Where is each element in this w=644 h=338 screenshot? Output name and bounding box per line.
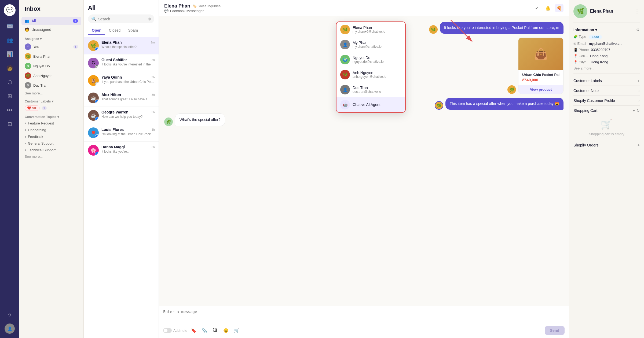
conv-avatar-alex: ☕ f [88, 93, 99, 103]
conv-item-geogre[interactable]: ☕ f Geogre Warren How can we help you to… [84, 107, 159, 124]
conversation-list: 🌿 f Elena Phan What's the special offer?… [84, 37, 159, 338]
dropdown-item-duc[interactable]: 👤 Duc Tran duc.tran@chative.io [336, 82, 405, 97]
customer-labels-section[interactable]: Customer Labels ▾ [19, 96, 83, 104]
topic-technical-support[interactable]: Technical Support [19, 147, 83, 153]
shopify-orders-row[interactable]: Shopify Orders + [573, 140, 640, 150]
see-more-assignees[interactable]: See more... [19, 90, 83, 96]
chevron-down-cart-icon[interactable]: ▾ [633, 108, 635, 113]
dropdown-item-nguyet[interactable]: 🌍 Nguyet Do nguyet.do@chative.io [336, 52, 405, 67]
topic-onboarding[interactable]: Onboarding [19, 127, 83, 133]
dropdown-item-anh[interactable]: 🌿 Anh Nguyen anh.nguyen@chative.io [336, 67, 405, 82]
conv-item-hanna[interactable]: 🌸 f Hanna Maggi It looks like you're... … [84, 142, 159, 159]
nav-routing[interactable]: ⬡ [4, 76, 16, 88]
channel-icon: 💬 [164, 9, 169, 13]
nav-layers[interactable]: ⊞ [4, 90, 16, 102]
tab-spam[interactable]: Spam [124, 27, 142, 35]
city-value: Hong Kong [591, 60, 608, 64]
shopify-profile-label: Shopify Customer Profile [573, 98, 615, 103]
conversation-topics-section[interactable]: Conversation Topics ▾ [19, 112, 83, 120]
all-label: All [31, 19, 36, 23]
channel-info: 💬 Facebook Messenger [164, 9, 221, 13]
right-panel: 🌿 Elena Phan ⋮ Information ▾ ⚙ 🧩 Type Le… [569, 0, 644, 338]
nav-help[interactable]: ? [4, 310, 16, 321]
conv-item-alex[interactable]: ☕ f Alex Hilton That sounds great! I als… [84, 89, 159, 107]
add-note-toggle[interactable]: Add note [163, 328, 187, 333]
conv-preview-alex: That sounds great! I also have a... [101, 97, 154, 101]
customer-note-row[interactable]: Customer Note › [573, 86, 640, 96]
dropdown-email-anh: anh.nguyen@chative.io [353, 75, 386, 79]
refresh-cart-button[interactable]: ↻ [636, 108, 640, 113]
shopify-orders-label: Shopify Orders [573, 143, 598, 147]
assignee-elena[interactable]: 🌿 Elena Phan [19, 52, 83, 61]
message-input[interactable] [163, 310, 565, 323]
assignee-section[interactable]: Assignee ▾ [19, 34, 83, 42]
vip-tag[interactable]: ❤️ VIP [25, 105, 40, 111]
topic-feature-request[interactable]: Feature Request [19, 120, 83, 127]
user-avatar-sidebar[interactable]: 👤 [5, 324, 15, 334]
dropdown-item-myphan[interactable]: 👤 My Phan my.phan@chative.io [336, 37, 405, 52]
assignee-you-avatar: Y [25, 43, 31, 50]
pizza-button[interactable]: 🍕 [555, 4, 564, 12]
bookmark-button[interactable]: 🔖 [189, 326, 198, 335]
dropdown-item-ai[interactable]: 🤖 Chative AI Agent [336, 97, 405, 112]
dropdown-name-myphan: My Phan [353, 41, 382, 45]
assignee-nguyet[interactable]: N Nguyet Do [19, 61, 83, 71]
conv-avatar-louis: 🎈 f [88, 127, 99, 138]
conv-time-yaya: 3h [152, 76, 155, 79]
assignee-duc[interactable]: D Duc Tran [19, 80, 83, 90]
nav-contacts[interactable]: 👥 [4, 34, 16, 46]
nav-more[interactable]: ••• [4, 104, 16, 116]
attachment-button[interactable]: 📎 [200, 326, 209, 335]
settings-gear-button[interactable]: ⚙ [636, 28, 640, 32]
nav-inbox[interactable]: ✉️ [4, 20, 16, 32]
conv-item-guest[interactable]: G 💬 Guest Schäfer It looks like you're i… [84, 54, 159, 72]
channel-badge-hanna: f [95, 152, 99, 156]
conv-time-hanna: 3h [152, 145, 155, 149]
image-button[interactable]: 🖼 [211, 326, 219, 335]
toggle-icon[interactable] [163, 328, 172, 333]
nav-all[interactable]: 👥 All 7 [21, 17, 81, 25]
cart-empty-label: Shopping cart is empty [589, 132, 624, 136]
contact-more-button[interactable]: ⋮ [634, 8, 640, 14]
product-card-container: 👜 Urban Chic Pocket Pal đ549,000 View pr… [518, 38, 564, 94]
nav-reports[interactable]: 📊 [4, 48, 16, 60]
search-icon: 🔍 [91, 16, 97, 21]
assignee-you[interactable]: Y You 6 [19, 42, 83, 52]
topic-feedback[interactable]: Feedback [19, 133, 83, 140]
topic-general-support[interactable]: General Support [19, 140, 83, 147]
customer-labels-row[interactable]: Customer Labels + [573, 76, 640, 86]
tab-closed[interactable]: Closed [105, 27, 125, 35]
check-button[interactable]: ✓ [532, 4, 541, 12]
search-input[interactable] [98, 17, 146, 21]
view-product-button[interactable]: View product [518, 85, 563, 94]
conv-item-yaya[interactable]: 🦉 💬 Yaya Quinn If you purchase the Urban… [84, 72, 159, 89]
alert-button[interactable]: 🔔 [544, 4, 552, 12]
nav-puzzle[interactable]: ⊡ [4, 118, 16, 130]
see-more-topics[interactable]: See more... [19, 153, 83, 160]
conv-info-hanna: Hanna Maggi It looks like you're... [101, 145, 154, 156]
nav-agent[interactable]: 🧑 [4, 62, 16, 74]
filter-icon[interactable]: ⊕ [148, 16, 151, 21]
assignee-anh[interactable]: 🌿 Anh Nguyen [19, 71, 83, 80]
nav-unassigned[interactable]: 🧑 Unassigned [19, 25, 83, 34]
dropdown-item-elena[interactable]: 🌿 Elena Phan my.phan+6@chative.io [336, 22, 405, 37]
shopify-profile-row[interactable]: Shopify Customer Profile › [573, 96, 640, 106]
assignee-duc-name: Duc Tran [33, 83, 47, 87]
icon-sidebar: 💬 ✉️ 👥 📊 🧑 ⬡ ⊞ ••• ⊡ ? 👤 [0, 0, 19, 338]
conv-name-yaya: Yaya Quinn [101, 75, 154, 79]
send-button[interactable]: Send [545, 326, 565, 335]
dropdown-name-duc: Duc Tran [353, 86, 381, 90]
app-logo[interactable]: 💬 [4, 4, 16, 16]
information-section-title[interactable]: Information ▾ ⚙ [573, 25, 640, 34]
see-2-more-link[interactable]: See 2 more... [573, 65, 640, 71]
assignee-elena-name: Elena Phan [33, 54, 51, 58]
city-label: 📍 City/... [573, 60, 588, 64]
unassigned-label: Unassigned [31, 27, 51, 32]
conv-item-louis[interactable]: 🎈 f Louis Flores I'm looking at the Urba… [84, 124, 159, 142]
assign-dropdown: 🌿 Elena Phan my.phan+6@chative.io 👤 My P… [336, 21, 406, 113]
tab-open[interactable]: Open [88, 27, 105, 35]
shopify-button[interactable]: 🛒 [232, 326, 241, 335]
emoji-button[interactable]: 😊 [222, 326, 230, 335]
dropdown-info-anh: Anh Nguyen anh.nguyen@chative.io [353, 71, 386, 79]
conv-item-elena[interactable]: 🌿 f Elena Phan What's the special offer?… [84, 37, 159, 54]
